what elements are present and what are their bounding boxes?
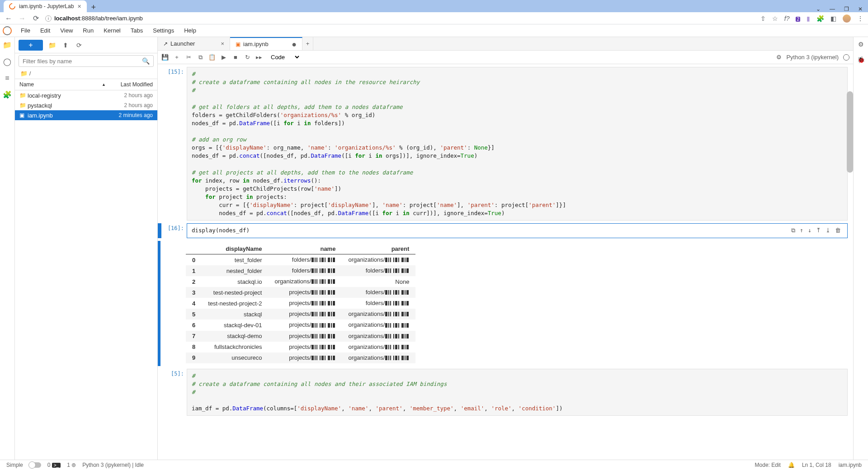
move-down-icon[interactable]: ↓: [808, 226, 811, 235]
maximize-icon[interactable]: ❐: [844, 6, 849, 12]
redacted-id: [311, 278, 335, 285]
cell-prompt: [5]:: [161, 369, 187, 416]
df-index: 1: [186, 265, 202, 276]
profile-avatar-icon[interactable]: [843, 14, 851, 23]
kernel-switch-icon[interactable]: ⚙: [776, 54, 782, 61]
file-filter-input[interactable]: [23, 58, 142, 65]
new-tab-button[interactable]: +: [87, 3, 101, 12]
browser-tab-strip: iam.ipynb - JupyterLab × + ⌄ — ❐ ✕: [0, 0, 868, 12]
tab-notebook[interactable]: ▣ iam.ipynb ●: [230, 37, 302, 50]
extension-icon-1[interactable]: 2: [796, 15, 800, 22]
site-info-icon[interactable]: i: [45, 15, 52, 22]
browser-tab-active[interactable]: iam.ipynb - JupyterLab ×: [4, 0, 87, 12]
extensions-icon[interactable]: 🧩: [816, 15, 824, 22]
redacted-id: [385, 268, 409, 274]
insert-above-icon[interactable]: ⤒: [816, 226, 821, 235]
extensions-icon[interactable]: 🧩: [3, 90, 12, 99]
forward-button[interactable]: →: [18, 14, 26, 23]
restart-icon[interactable]: ↻: [244, 54, 251, 61]
new-launcher-button[interactable]: +: [19, 40, 43, 51]
stop-icon[interactable]: ■: [232, 54, 239, 61]
debugger-icon[interactable]: 🐞: [857, 56, 865, 63]
breadcrumb[interactable]: 📁 /: [15, 68, 157, 79]
run-icon[interactable]: ▶: [220, 54, 227, 61]
kebab-menu-icon[interactable]: ⋮: [857, 15, 863, 22]
code-cell-15[interactable]: [15]: # # create a dataframe containing …: [158, 67, 848, 221]
notification-icon[interactable]: 🔔: [788, 462, 795, 468]
add-cell-icon[interactable]: +: [173, 54, 180, 61]
new-folder-icon[interactable]: 📁: [47, 42, 57, 49]
cut-icon[interactable]: ✂: [185, 54, 192, 61]
notebook-content[interactable]: [15]: # # create a dataframe containing …: [158, 64, 853, 460]
save-icon[interactable]: 💾: [161, 54, 169, 61]
df-header: name: [268, 244, 342, 254]
code-cell-16[interactable]: [16]: display(nodes_df) ⧉ ↑ ↓ ⤒ ⤓ 🗑: [158, 223, 848, 238]
move-up-icon[interactable]: ↑: [800, 226, 803, 235]
refresh-icon[interactable]: ⟳: [75, 42, 84, 49]
df-displayname: stackql: [202, 309, 268, 320]
kernel-status[interactable]: Python 3 (ipykernel) | Idle: [82, 462, 144, 468]
url-input[interactable]: i localhost:8888/lab/tree/iam.ipynb: [45, 15, 143, 22]
close-window-icon[interactable]: ✕: [858, 6, 863, 12]
col-modified-header[interactable]: Last Modified: [108, 81, 153, 88]
close-icon[interactable]: ×: [221, 40, 224, 47]
file-browser-panel: + 📁 ⬆ ⟳ 🔍 📁 / Name ▲ Last Modified 📁loca…: [15, 37, 158, 460]
menu-run[interactable]: Run: [78, 25, 98, 36]
kernel-status-icon[interactable]: [843, 54, 849, 61]
redacted-id: [311, 300, 335, 307]
kernels-count[interactable]: 1 ⊚: [67, 462, 76, 468]
df-parent: organizations/: [342, 309, 415, 320]
file-filter-box[interactable]: 🔍: [19, 55, 154, 67]
file-row[interactable]: ▣iam.ipynb2 minutes ago: [15, 110, 157, 120]
simple-mode-toggle[interactable]: [29, 462, 41, 468]
code-input[interactable]: # # create a dataframe containing all no…: [187, 369, 848, 416]
toc-icon[interactable]: ≡: [5, 74, 9, 82]
file-row[interactable]: 📁local-registry2 hours ago: [15, 90, 157, 100]
property-inspector-icon[interactable]: ⚙: [858, 41, 864, 48]
menu-tabs[interactable]: Tabs: [126, 25, 147, 36]
copy-icon[interactable]: ⧉: [197, 54, 204, 61]
cell-type-select[interactable]: Code: [267, 52, 301, 62]
side-panel-icon[interactable]: ◧: [830, 15, 836, 22]
duplicate-icon[interactable]: ⧉: [791, 226, 795, 235]
menu-kernel[interactable]: Kernel: [99, 25, 125, 36]
menu-file[interactable]: File: [16, 25, 35, 36]
code-cell-5[interactable]: [5]: # # create a dataframe containing a…: [158, 369, 848, 416]
chevron-down-icon[interactable]: ⌄: [816, 6, 821, 12]
kernel-name[interactable]: Python 3 (ipykernel): [786, 54, 839, 61]
redacted-id: [385, 355, 409, 362]
redacted-id: [311, 311, 335, 318]
col-name-header[interactable]: Name: [19, 81, 102, 88]
paste-icon[interactable]: 📋: [208, 54, 216, 61]
folder-icon[interactable]: 📁: [3, 41, 12, 49]
running-icon[interactable]: ◯: [3, 57, 11, 66]
tab-launcher[interactable]: ↗ Launcher ×: [158, 37, 230, 50]
menu-settings[interactable]: Settings: [148, 25, 179, 36]
terminals-count[interactable]: 0 >_: [47, 462, 61, 468]
insert-below-icon[interactable]: ⤓: [826, 226, 830, 235]
back-button[interactable]: ←: [5, 14, 13, 23]
minimize-icon[interactable]: —: [830, 6, 835, 12]
upload-icon[interactable]: ⬆: [61, 42, 70, 49]
add-tab-button[interactable]: +: [302, 37, 313, 50]
df-parent: None: [342, 276, 415, 287]
star-icon[interactable]: ☆: [772, 15, 778, 22]
f-button[interactable]: f?: [784, 15, 790, 22]
scrollbar-thumb[interactable]: [847, 91, 853, 173]
menu-edit[interactable]: Edit: [36, 25, 55, 36]
extension-icon-2[interactable]: ▮: [807, 15, 810, 22]
reload-button[interactable]: ⟳: [32, 14, 40, 23]
code-input[interactable]: # # create a dataframe containing all no…: [187, 67, 848, 221]
file-row[interactable]: 📁pystackql2 hours ago: [15, 100, 157, 110]
run-all-icon[interactable]: ▸▸: [255, 54, 263, 61]
share-icon[interactable]: ⇧: [760, 15, 766, 22]
df-parent: folders/: [342, 287, 415, 298]
sort-icon[interactable]: ▲: [102, 82, 106, 87]
df-displayname: unsecureco: [202, 352, 268, 363]
menu-view[interactable]: View: [56, 25, 77, 36]
code-input[interactable]: display(nodes_df) ⧉ ↑ ↓ ⤒ ⤓ 🗑: [187, 223, 848, 238]
df-parent: organizations/: [342, 342, 415, 352]
close-icon[interactable]: ×: [77, 3, 81, 10]
menu-help[interactable]: Help: [179, 25, 201, 36]
delete-icon[interactable]: 🗑: [835, 226, 841, 235]
